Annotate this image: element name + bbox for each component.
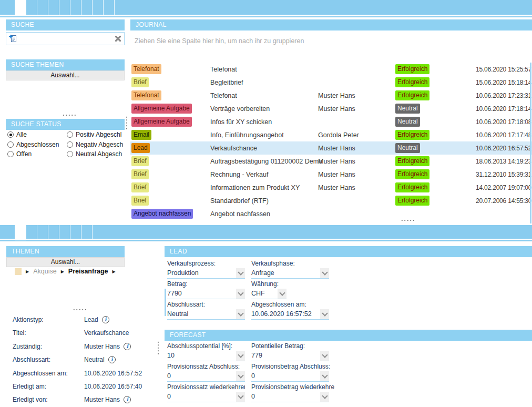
action-type-badge: Lead — [131, 143, 150, 153]
main-tab[interactable] — [70, 0, 81, 15]
sidebar-horizontal-splitter[interactable] — [62, 114, 76, 116]
dropdown-field[interactable]: 10.06.2020 16:57:52 — [251, 309, 329, 320]
detail-tab[interactable] — [81, 225, 93, 239]
new-entry-icon[interactable] — [9, 35, 17, 43]
main-tab[interactable] — [4, 0, 15, 15]
journal-bottom-splitter[interactable] — [401, 219, 415, 221]
chevron-down-icon[interactable] — [236, 289, 245, 299]
themen-auswahl-button[interactable]: Auswahl... — [6, 257, 125, 267]
main-tab[interactable] — [37, 0, 48, 15]
table-row[interactable]: Lead Verkaufschance Muster Hans Neutral … — [130, 141, 532, 155]
panel-scrollbar[interactable] — [165, 289, 166, 316]
main-tab[interactable] — [59, 0, 70, 15]
datum-cell: 10.06.2020 17:18:14 — [476, 105, 532, 113]
chevron-down-icon[interactable] — [320, 371, 329, 381]
dropdown-field[interactable]: Anfrage — [251, 268, 329, 279]
chevron-down-icon[interactable] — [320, 392, 329, 402]
chevron-down-icon[interactable] — [236, 371, 245, 381]
dropdown-field[interactable]: 0 — [167, 371, 245, 382]
status-radio-label: Abgeschlossen — [16, 141, 59, 148]
chevron-down-icon[interactable] — [236, 309, 245, 319]
dropdown-field[interactable]: CHF — [251, 289, 287, 299]
table-row[interactable]: Brief Auftragsbestätigung 011200002 Demo… — [130, 155, 532, 168]
main-tab[interactable] — [15, 0, 26, 16]
action-type-badge: Telefonat — [131, 90, 161, 100]
main-tab[interactable] — [48, 0, 59, 15]
main-tab[interactable] — [26, 0, 37, 15]
status-radio-option[interactable]: Neutral Abgesch — [67, 149, 125, 159]
info-icon[interactable]: i — [102, 316, 109, 323]
detail-tab[interactable] — [26, 225, 37, 239]
breadcrumb-item[interactable]: ▶ Preisanfrage — [61, 268, 108, 275]
chevron-down-icon[interactable] — [236, 351, 245, 361]
main-tab[interactable] — [93, 0, 104, 15]
dropdown-field[interactable]: Produktion — [167, 268, 245, 279]
detail-tab[interactable] — [59, 225, 70, 239]
table-row[interactable]: Allgemeine Aufgabe Infos für XY schicken… — [130, 115, 532, 128]
zustaendig-cell: Muster Hans — [318, 145, 395, 152]
detail-tab[interactable] — [70, 225, 81, 239]
table-row[interactable]: Telefonat Telefonat Erfolgreich 15.06.20… — [130, 63, 532, 76]
detail-tab[interactable] — [4, 225, 15, 239]
detail-tab[interactable] — [48, 225, 59, 239]
table-row[interactable]: Brief Informationen zum Produkt XY Muste… — [130, 181, 532, 194]
dropdown-field[interactable]: 7790 — [167, 289, 245, 299]
dropdown-field[interactable]: 0 — [251, 392, 329, 402]
table-row[interactable]: Email Info, Einführungsangebot Gordola P… — [130, 128, 532, 141]
dropdown-value: Anfrage — [251, 268, 329, 278]
dropdown-field[interactable]: 779 — [251, 351, 329, 361]
sidebar-vertical-splitter[interactable] — [126, 116, 128, 130]
status-radio-option[interactable]: Alle — [7, 130, 67, 140]
dropdown-value: 7790 — [167, 289, 245, 298]
status-radio-option[interactable]: Abgeschlossen — [7, 140, 67, 150]
search-box[interactable] — [6, 32, 125, 45]
triangle-right-icon[interactable]: ▶ — [112, 268, 116, 275]
chevron-down-icon[interactable] — [278, 289, 287, 299]
action-type-badge: Brief — [131, 77, 149, 87]
dropdown-field[interactable]: Neutral — [167, 309, 245, 320]
table-row[interactable]: Brief Standardbrief (RTF) Erfolgreich 20… — [130, 194, 532, 207]
search-input[interactable] — [19, 35, 112, 43]
dropdown-field[interactable]: 0 — [251, 371, 329, 382]
chevron-down-icon[interactable] — [236, 392, 245, 402]
dropdown-field[interactable]: 10 — [167, 351, 245, 361]
status-radio-option[interactable]: Negativ Abgesch — [67, 140, 125, 150]
table-row[interactable]: Angebot nachfassen Angebot nachfassen — [130, 207, 532, 220]
dropdown-value: Produktion — [167, 268, 245, 278]
detail-tab[interactable] — [37, 225, 48, 239]
detail-tab[interactable] — [15, 225, 26, 240]
info-icon[interactable]: i — [124, 343, 131, 350]
record-horizontal-splitter[interactable] — [73, 309, 87, 311]
abschlussart-badge: Erfolgreich — [395, 156, 429, 166]
suche-status-section-header: SUCHE STATUS — [6, 119, 125, 130]
status-radio-option[interactable]: Offen — [7, 149, 67, 159]
suche-themen-auswahl-button[interactable]: Auswahl... — [6, 70, 125, 80]
dropdown-field[interactable]: 0 — [167, 392, 245, 402]
record-field-label: Abschlussart: — [13, 356, 84, 363]
chevron-down-icon[interactable] — [320, 309, 329, 319]
table-row[interactable]: Telefonat Telefonat Muster Hans Erfolgre… — [130, 89, 532, 102]
breadcrumb-item[interactable]: ▶ Akquise — [26, 268, 57, 275]
chevron-down-icon[interactable] — [320, 351, 329, 361]
status-radio-option[interactable]: Positiv Abgeschl — [67, 130, 125, 140]
radio-icon — [67, 141, 73, 148]
dropdown-value: 10 — [167, 351, 245, 360]
journal-scrollbar[interactable] — [530, 63, 531, 223]
record-vertical-splitter[interactable] — [157, 341, 159, 355]
main-tab[interactable] — [81, 0, 93, 15]
table-row[interactable]: Brief Begleitbrief Erfolgreich 15.06.202… — [130, 76, 532, 89]
info-icon[interactable]: i — [108, 356, 116, 363]
forecast-form: Abschlusspotential [%]: 10 Potentieller … — [167, 342, 409, 404]
main-tab[interactable] — [104, 0, 115, 15]
info-icon[interactable]: i — [124, 396, 131, 403]
chevron-down-icon[interactable] — [320, 268, 329, 278]
table-row[interactable]: Allgemeine Aufgabe Verträge vorbereiten … — [130, 102, 532, 115]
group-by-drop-zone[interactable]: Ziehen Sie eine Spalte hier hin, um nach… — [135, 37, 304, 45]
form-field-label: Abschlussart: — [167, 301, 245, 308]
clear-icon[interactable] — [115, 35, 121, 42]
chevron-down-icon[interactable] — [236, 268, 245, 278]
table-row[interactable]: Brief Rechnung - Verkauf Muster Hans Erf… — [130, 168, 532, 181]
record-field: Erledigt am: 10.06.2020 16:57:40 i — [13, 383, 162, 396]
form-field-label: Abschlusspotential [%]: — [167, 342, 245, 350]
datum-cell: 31.12.2010 15:39:31 — [476, 171, 532, 178]
